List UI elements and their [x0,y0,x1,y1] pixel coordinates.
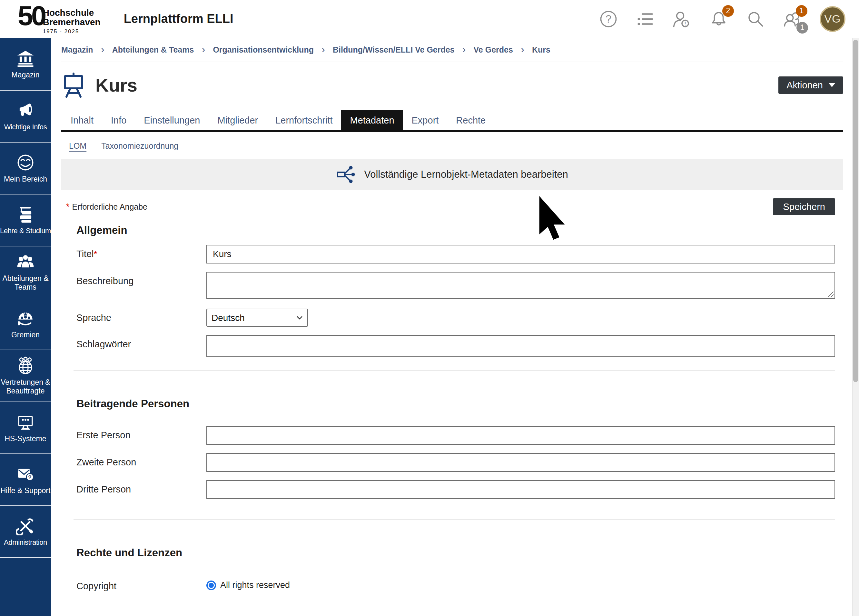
chevron-separator-icon: › [462,44,466,55]
sidebar: Magazin Wichtige Infos Mein Bereich Lehr… [0,38,51,616]
tab-lernfortschritt[interactable]: Lernfortschritt [267,110,341,130]
sidebar-item-vertretungen-beauftragte[interactable]: Vertretungen & Beauftragte [0,350,51,402]
logo-50: 50 [18,3,45,28]
tab-einstellungen[interactable]: Einstellungen [135,110,209,130]
sprache-select[interactable]: Deutsch [206,309,308,327]
edit-full-metadata-banner[interactable]: Vollständige Lernobjekt-Metadaten bearbe… [61,159,843,190]
sidebar-filler [0,557,51,616]
required-hint: Erforderliche Angabe [72,202,147,211]
sidebar-item-mein-bereich[interactable]: Mein Bereich [0,142,51,194]
help-icon: ? [599,10,618,28]
tab-rechte[interactable]: Rechte [447,110,494,130]
metadata-tree-icon [336,164,356,184]
edit-full-metadata-label: Vollständige Lernobjekt-Metadaten bearbe… [364,169,568,180]
tab-mitglieder[interactable]: Mitglieder [209,110,267,130]
required-asterisk: * [94,249,97,259]
search-button[interactable] [746,10,765,28]
scrollbar-thumb[interactable] [853,40,858,382]
titel-input[interactable] [206,245,835,264]
subtab-bar: LOM Taxonomiezuordnung [61,132,843,151]
section-divider [73,370,835,371]
tab-info[interactable]: Info [102,110,135,130]
sidebar-item-hilfe-support[interactable]: ? Hilfe & Support [0,453,51,505]
dritte-person-input[interactable] [206,480,835,499]
caret-down-icon [829,83,835,87]
save-button[interactable]: Speichern [773,199,835,215]
breadcrumb-item[interactable]: Kurs [532,45,550,55]
logo-line1: Hochschule [43,8,101,17]
tab-export[interactable]: Export [403,110,448,130]
university-logo[interactable]: 50 Hochschule Bremerhaven 1975 - 2025 [18,3,101,35]
breadcrumb-item[interactable]: Abteilungen & Teams [112,45,194,55]
scrollbar-track[interactable] [852,38,859,616]
sidebar-item-gremien[interactable]: Gremien [0,298,51,350]
user-status-icon: ! [673,10,691,28]
contacts-total-badge: 1 [797,22,808,34]
section-divider [73,519,835,519]
sidebar-item-hs-systeme[interactable]: HS-Systeme [0,402,51,453]
chevron-separator-icon: › [322,44,325,55]
tab-inhalt[interactable]: Inhalt [62,110,102,130]
search-icon [746,10,765,28]
contacts-button[interactable]: 1 1 [783,10,801,28]
notifications-button[interactable]: 2 [709,10,728,28]
subtab-lom[interactable]: LOM [69,141,86,151]
tab-metadaten[interactable]: Metadaten [341,110,403,130]
section-heading-rechte: Rechte und Lizenzen [77,547,843,559]
todo-list-button[interactable] [636,10,654,28]
sprache-label: Sprache [77,309,206,327]
books-icon [16,205,35,224]
subtab-taxonomiezuordnung[interactable]: Taxonomiezuordnung [101,141,178,151]
top-bar: 50 Hochschule Bremerhaven 1975 - 2025 Le… [0,0,859,38]
logo-line2: Bremerhaven [43,17,101,27]
beschreibung-label: Beschreibung [77,272,206,300]
globe-people-icon [16,356,35,375]
breadcrumb: Magazin › Abteilungen & Teams › Organisa… [61,38,843,62]
erste-person-input[interactable] [206,426,835,445]
app-title: Lernplattform ELLI [124,12,233,26]
notification-badge: 2 [722,5,734,17]
svg-text:?: ? [606,13,611,25]
svg-text:!: ! [684,20,686,26]
beschreibung-textarea[interactable] [206,272,835,299]
breadcrumb-item[interactable]: Bildung/Wissen/ELLI Ve Gerdes [333,45,454,55]
sidebar-item-wichtige-infos[interactable]: Wichtige Infos [0,90,51,142]
help-button[interactable]: ? [599,10,618,28]
sidebar-item-lehre-studium[interactable]: Lehre & Studium [0,194,51,246]
breadcrumb-item[interactable]: Ve Gerdes [474,45,513,55]
screen: { "header": { "brand": {"number": "50", … [0,0,859,616]
actions-button[interactable]: Aktionen [778,77,843,94]
chevron-separator-icon: › [101,44,105,55]
tab-bar: Inhalt Info Einstellungen Mitglieder Ler… [61,110,843,132]
avatar[interactable]: VG [820,6,845,32]
copyright-radio[interactable] [206,580,216,590]
section-heading-beitragende: Beitragende Personen [77,398,843,410]
svg-text:?: ? [28,474,31,480]
todo-list-icon [636,10,654,28]
erste-person-label: Erste Person [77,426,206,445]
dritte-person-label: Dritte Person [77,480,206,499]
schlagwoerter-input[interactable] [206,335,835,357]
monitor-icon [16,413,35,432]
committee-icon [16,309,35,328]
breadcrumb-item[interactable]: Organisationsentwicklung [213,45,314,55]
course-board-icon [61,72,86,98]
megaphone-icon [16,101,35,120]
section-heading-allgemein: Allgemein [77,224,843,236]
zweite-person-input[interactable] [206,453,835,472]
tools-icon [16,517,35,535]
main-area: Magazin › Abteilungen & Teams › Organisa… [51,38,852,616]
chevron-separator-icon: › [521,44,524,55]
user-status-button[interactable]: ! [673,10,691,28]
sidebar-item-magazin[interactable]: Magazin [0,38,51,90]
zweite-person-label: Zweite Person [77,453,206,472]
sidebar-item-administration[interactable]: Administration [0,505,51,557]
chevron-separator-icon: › [201,44,205,55]
titel-label: Titel* [77,245,206,264]
breadcrumb-item[interactable]: Magazin [61,45,93,55]
contacts-new-badge: 1 [796,5,807,17]
sidebar-item-abteilungen-teams[interactable]: Abteilungen & Teams [0,246,51,298]
required-asterisk: * [66,202,70,212]
bank-icon [16,49,35,68]
logo-years: 1975 - 2025 [43,28,101,35]
